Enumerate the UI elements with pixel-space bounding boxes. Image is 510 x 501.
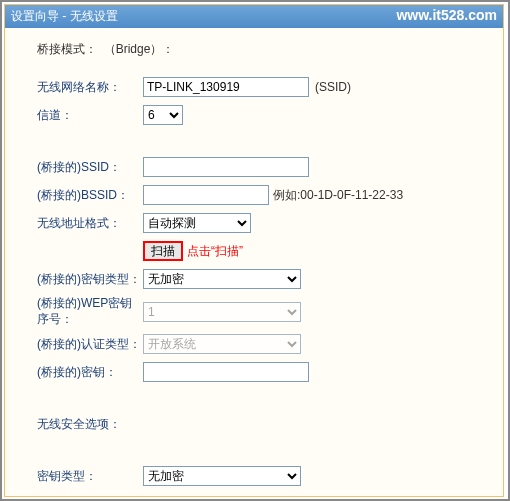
channel-label: 信道：: [37, 107, 143, 124]
scan-note: 点击“扫描”: [187, 243, 243, 260]
wep-index-label: (桥接的)WEP密钥序号：: [37, 296, 143, 327]
key-type-select[interactable]: 无加密: [143, 269, 301, 289]
bridged-ssid-label: (桥接的)SSID：: [37, 159, 143, 176]
ssid-label: 无线网络名称：: [37, 79, 143, 96]
title-bar: 设置向导 - 无线设置 www.it528.com: [5, 5, 503, 28]
enc-type-select[interactable]: 无加密: [143, 466, 301, 486]
description-text: 如果您选择了无加密模式，其他无线设备可以无需设置加密信息就能接入此AP。为保障网…: [143, 493, 475, 497]
addr-format-label: 无线地址格式：: [37, 215, 143, 232]
scan-button[interactable]: 扫描: [143, 241, 183, 261]
wep-index-select[interactable]: 1: [143, 302, 301, 322]
key-type-label: (桥接的)密钥类型：: [37, 271, 143, 288]
auth-type-select[interactable]: 开放系统: [143, 334, 301, 354]
security-opt-label: 无线安全选项：: [37, 416, 121, 433]
key-label: (桥接的)密钥：: [37, 364, 143, 381]
bridge-mode-row: 桥接模式： （Bridge）：: [37, 38, 475, 60]
enc-type-label: 密钥类型：: [37, 468, 143, 485]
watermark-url: www.it528.com: [396, 7, 497, 23]
page-title: 设置向导 - 无线设置: [11, 9, 118, 23]
ssid-note: (SSID): [315, 80, 351, 94]
bridged-bssid-label: (桥接的)BSSID：: [37, 187, 143, 204]
channel-select[interactable]: 6: [143, 105, 183, 125]
key-input[interactable]: [143, 362, 309, 382]
bssid-example: 例如:00-1D-0F-11-22-33: [273, 187, 403, 204]
bridge-mode-label: 桥接模式：: [37, 41, 97, 58]
auth-type-label: (桥接的)认证类型：: [37, 336, 143, 353]
bridge-mode-value: （Bridge）：: [104, 41, 175, 58]
ssid-input[interactable]: [143, 77, 309, 97]
bridged-bssid-input[interactable]: [143, 185, 269, 205]
bridged-ssid-input[interactable]: [143, 157, 309, 177]
addr-format-select[interactable]: 自动探测: [143, 213, 251, 233]
